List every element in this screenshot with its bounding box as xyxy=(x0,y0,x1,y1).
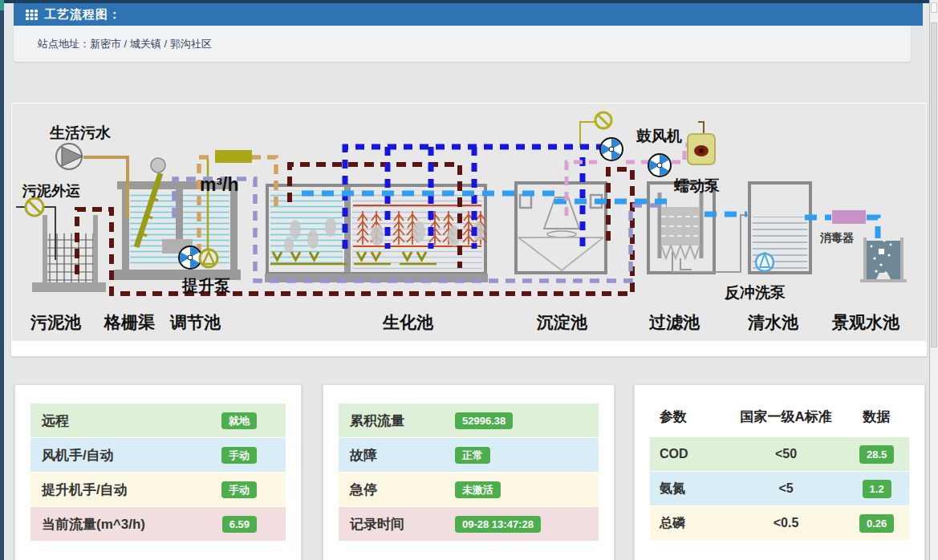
label-backwash-pump: 反冲洗泵 xyxy=(724,284,786,301)
value-badge: 6.59 xyxy=(222,516,257,533)
tank-label-regulating: 调节池 xyxy=(169,313,221,331)
sidebar-accent xyxy=(0,0,4,10)
quality-table: 参数 国家一级A标准 数据 COD <50 28.5 氨氮 <5 1.2 总磷 … xyxy=(650,404,909,540)
col-header-standard: 国家一级A标准 xyxy=(728,408,844,426)
tank-label-sludge: 污泥池 xyxy=(30,313,82,331)
value-badge: 1.2 xyxy=(863,480,891,498)
table-row: 提升机手/自动 手动 xyxy=(30,473,286,506)
scrollbar-up-button[interactable] xyxy=(931,2,937,13)
breadcrumb: 站点地址：新密市 / 城关镇 / 郭沟社区 xyxy=(14,26,911,62)
lift-pump-valve-icon xyxy=(200,250,217,267)
param-standard: <5 xyxy=(728,481,844,496)
table-row: 总磷 <0.5 0.26 xyxy=(650,506,909,540)
label-sludge-out: 污泥外运 xyxy=(22,183,80,199)
row-label: 记录时间 xyxy=(350,515,404,534)
control-status-card: 远程 就地 风机手/自动 手动 提升机手/自动 手动 当前流量(m^3/h) 6… xyxy=(14,384,302,560)
label-peristaltic-pump: 蠕动泵 xyxy=(673,177,721,194)
quality-table-header: 参数 国家一级A标准 数据 xyxy=(650,404,909,429)
process-flow-diagram: 生活污水 污泥外运 m³/h 提升泵 鼓风机 蠕动泵 反冲洗泵 消毒器 污泥池 … xyxy=(11,103,927,356)
row-label: 急停 xyxy=(350,481,377,499)
tank-label-filter: 过滤池 xyxy=(648,313,700,331)
vertical-scrollbar[interactable] xyxy=(929,0,938,560)
row-label: 累积流量 xyxy=(350,412,404,430)
flow-meter-icon xyxy=(215,150,252,163)
panel-titlebar: 工艺流程图： xyxy=(14,3,923,26)
water-quality-card: 参数 国家一级A标准 数据 COD <50 28.5 氨氮 <5 1.2 总磷 … xyxy=(634,384,925,560)
table-row: 远程 就地 xyxy=(30,404,286,437)
dosing-device-icon xyxy=(688,134,715,164)
breadcrumb-text: 站点地址：新密市 / 城关镇 / 郭沟社区 xyxy=(38,37,212,51)
status-badge: 手动 xyxy=(221,447,257,464)
sewage-pump-icon xyxy=(56,144,83,169)
table-row: 故障 正常 xyxy=(339,438,599,472)
page-title: 工艺流程图： xyxy=(44,7,121,22)
col-header-param: 参数 xyxy=(650,408,728,426)
table-row: 急停 未激活 xyxy=(339,473,599,506)
label-blower: 鼓风机 xyxy=(635,128,682,144)
tank-label-clean-water: 清水池 xyxy=(747,313,799,331)
tank-label-landscape: 景观水池 xyxy=(831,313,900,331)
tank-label-grid-channel: 格栅渠 xyxy=(104,313,155,331)
label-disinfector: 消毒器 xyxy=(819,231,855,244)
collapsed-sidebar-strip xyxy=(0,0,4,560)
disinfector-icon xyxy=(832,210,866,224)
label-sewage: 生活污水 xyxy=(49,124,112,141)
value-badge: 0.26 xyxy=(859,514,894,533)
row-label: 故障 xyxy=(350,446,377,465)
value-badge: 28.5 xyxy=(859,445,894,464)
status-badge: 未激活 xyxy=(455,481,501,498)
grid-icon xyxy=(26,10,38,20)
status-badge: 正常 xyxy=(455,447,490,464)
status-table: 累积流量 52996.38 故障 正常 急停 未激活 记录时间 09-28 13… xyxy=(339,404,599,541)
param-standard: <50 xyxy=(728,447,844,461)
runtime-status-card: 累积流量 52996.38 故障 正常 急停 未激活 记录时间 09-28 13… xyxy=(323,384,615,560)
table-row: 记录时间 09-28 13:47:28 xyxy=(339,507,599,541)
scrollbar-thumb[interactable] xyxy=(931,22,937,347)
label-flow-unit: m³/h xyxy=(200,174,239,195)
table-row: 氨氮 <5 1.2 xyxy=(650,472,909,505)
param-name: 氨氮 xyxy=(650,481,728,497)
param-name: COD xyxy=(650,447,728,461)
timestamp-badge: 09-28 13:47:28 xyxy=(455,516,541,533)
tank-label-biochemical: 生化池 xyxy=(382,313,434,331)
col-header-data: 数据 xyxy=(844,408,909,426)
row-label: 当前流量(m^3/h) xyxy=(42,515,145,534)
row-label: 提升机手/自动 xyxy=(42,481,128,499)
tank-label-sedimentation: 沉淀池 xyxy=(536,313,588,331)
flow-diagram-svg: 生活污水 污泥外运 m³/h 提升泵 鼓风机 蠕动泵 反冲洗泵 消毒器 污泥池 … xyxy=(12,103,926,342)
label-lift-pump: 提升泵 xyxy=(181,277,231,294)
table-row: 风机手/自动 手动 xyxy=(30,438,286,472)
row-label: 远程 xyxy=(42,412,69,430)
value-badge: 52996.38 xyxy=(455,412,513,429)
table-row: 累积流量 52996.38 xyxy=(339,404,599,437)
table-row: 当前流量(m^3/h) 6.59 xyxy=(30,507,286,541)
param-standard: <0.5 xyxy=(728,516,844,530)
control-table: 远程 就地 风机手/自动 手动 提升机手/自动 手动 当前流量(m^3/h) 6… xyxy=(30,404,286,541)
param-name: 总磷 xyxy=(650,515,728,532)
status-badge: 手动 xyxy=(221,481,257,498)
table-row: COD <50 28.5 xyxy=(650,437,909,471)
status-badge: 就地 xyxy=(221,412,257,429)
row-label: 风机手/自动 xyxy=(42,446,114,465)
